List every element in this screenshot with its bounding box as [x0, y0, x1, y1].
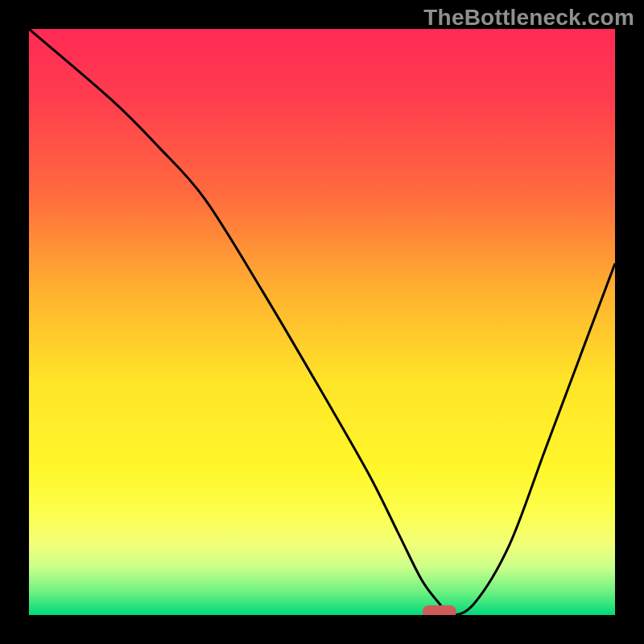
optimum-marker — [422, 605, 456, 615]
plot-area — [29, 29, 615, 615]
gradient-background — [29, 29, 615, 615]
chart-frame: TheBottleneck.com — [0, 0, 644, 644]
watermark-label: TheBottleneck.com — [423, 5, 634, 31]
